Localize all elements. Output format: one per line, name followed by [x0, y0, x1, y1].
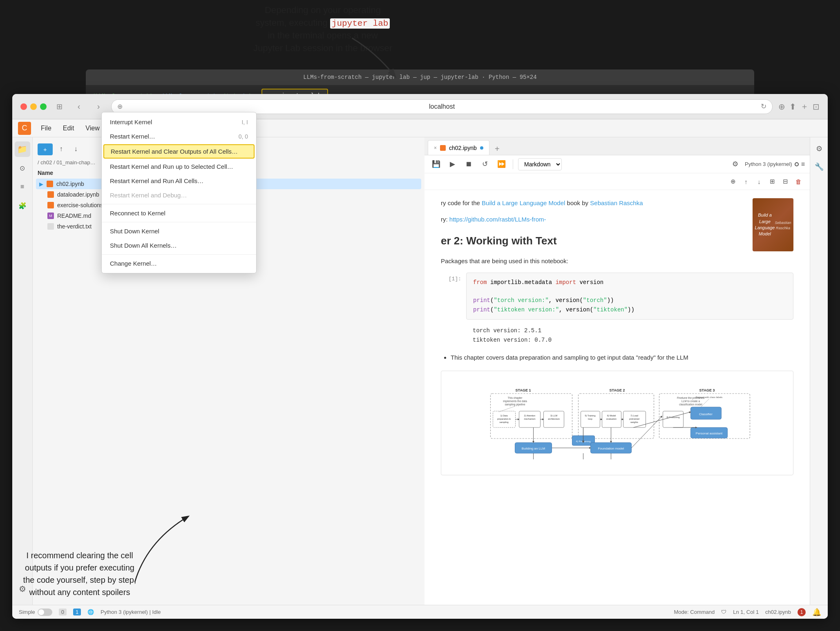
running-sessions-icon[interactable]: ⊙ — [15, 160, 30, 176]
notification-badge: 1 — [798, 608, 806, 616]
address-text: localhost — [429, 103, 455, 110]
restart-kernel-item[interactable]: Restart Kernel… 0, 0 — [102, 129, 256, 143]
notebook-tab-ch02[interactable]: × ch02.ipynb — [428, 140, 489, 155]
simple-toggle[interactable]: Simple — [19, 609, 52, 616]
menu-view[interactable]: View — [80, 122, 104, 134]
stage1-label: STAGE 1 — [516, 388, 531, 392]
shield-icon: 🛡 — [721, 609, 726, 615]
new-button[interactable]: + — [38, 143, 53, 155]
menu-edit[interactable]: Edit — [58, 122, 79, 134]
svg-text:6) Model: 6) Model — [607, 414, 616, 417]
refresh-files-button[interactable]: ↓ — [70, 143, 82, 155]
status-badge-1: 1 — [73, 609, 81, 615]
kernel-menu-icon[interactable]: ≡ — [801, 161, 805, 168]
delete-cell-icon[interactable]: 🗑 — [792, 175, 805, 188]
file-browser-icon[interactable]: 📁 — [15, 141, 30, 157]
code-line-blank — [473, 287, 786, 296]
restart-button[interactable]: ↺ — [478, 158, 491, 171]
refresh-icon[interactable]: ↻ — [761, 102, 766, 111]
code-block-1[interactable]: from importlib.metadata import version p… — [466, 273, 793, 320]
svg-text:implements the data: implements the data — [503, 400, 527, 403]
add-cell-below-icon[interactable]: ⊟ — [779, 175, 792, 188]
cell-action-bar: ⊕ ↑ ↓ ⊞ ⊟ 🗑 — [424, 173, 810, 190]
svg-text:architecture: architecture — [548, 418, 560, 420]
close-button[interactable] — [20, 103, 27, 110]
stage2-label: STAGE 2 — [610, 388, 625, 392]
interrupt-kernel-shortcut: I, I — [241, 119, 248, 125]
svg-text:Dataset with class labels: Dataset with class labels — [696, 396, 723, 398]
output-torch: torch version: 2.5.1 — [473, 326, 787, 335]
svg-text:7) Load: 7) Load — [630, 414, 638, 417]
restart-kernel-run-selected-item[interactable]: Restart Kernel and Run up to Selected Ce… — [102, 159, 256, 174]
right-panel-settings-icon[interactable]: ⚙ — [812, 141, 827, 156]
annotation-arrow — [347, 33, 404, 82]
download-icon[interactable]: ⊕ — [778, 102, 785, 112]
extension-manager-icon[interactable]: 🧩 — [15, 198, 30, 213]
interrupt-kernel-label: Interrupt Kernel — [110, 119, 152, 125]
packages-text: Packages that are being used in this not… — [441, 257, 568, 264]
unsaved-indicator — [480, 146, 483, 150]
cell-number-1: [1]: — [441, 273, 461, 348]
interrupt-button[interactable]: ⏹ — [462, 158, 475, 171]
toggle-track[interactable] — [38, 609, 52, 616]
kernel-info: Python 3 (ipykernel) ≡ — [745, 161, 805, 168]
main-content: × ch02.ipynb + 💾 ▶ ⏹ ↺ ⏩ Mar — [424, 137, 810, 605]
svg-text:mechanism: mechanism — [524, 418, 536, 420]
svg-text:classification model: classification model — [679, 403, 702, 406]
bell-icon[interactable]: 🔔 — [812, 608, 821, 617]
svg-text:pretrained: pretrained — [629, 418, 639, 420]
copy-cell-icon[interactable]: ⊕ — [726, 175, 739, 188]
shutdown-all-kernels-item[interactable]: Shut Down All Kernels… — [102, 238, 256, 253]
repo-link[interactable]: https://github.com/rasbt/LLMs-from- — [449, 216, 546, 223]
settings-toolbar-icon[interactable]: ⚙ — [728, 158, 742, 171]
tab-close-icon[interactable]: × — [434, 145, 437, 151]
markdown-cell-intro: Build aLargeLanguageModel SebastianRasch… — [441, 198, 793, 224]
move-down-icon[interactable]: ↓ — [753, 175, 766, 188]
tab-name: ch02.ipynb — [449, 145, 477, 151]
restart-kernel-clear-item[interactable]: Restart Kernel and Clear Outputs of All … — [103, 144, 255, 159]
annotation-area: Depending on your operating system, exec… — [0, 0, 840, 88]
book-link[interactable]: Build a Large Language Model — [482, 199, 565, 206]
run-cell-button[interactable]: ▶ — [446, 158, 459, 171]
cell-type-select[interactable]: Markdown Code Raw — [518, 158, 562, 170]
kernel-dropdown-menu[interactable]: Interrupt Kernel I, I Restart Kernel… 0,… — [101, 112, 257, 273]
change-kernel-item[interactable]: Change Kernel… — [102, 256, 256, 271]
right-panel-property-icon[interactable]: 🔧 — [812, 159, 827, 174]
forward-button[interactable]: › — [92, 100, 105, 114]
shutdown-kernel-item[interactable]: Shut Down Kernel — [102, 224, 256, 238]
save-button[interactable]: 💾 — [429, 158, 442, 171]
minimize-button[interactable] — [30, 103, 37, 110]
svg-text:2) Attention: 2) Attention — [524, 414, 536, 417]
shutdown-kernel-label: Shut Down Kernel — [110, 228, 159, 235]
back-button[interactable]: ‹ — [72, 100, 86, 114]
callout-arrow-svg — [131, 500, 204, 582]
tab-notebook-icon — [440, 145, 446, 151]
share-icon[interactable]: ⬆ — [789, 102, 796, 112]
file-icon-ch02: ▶ — [39, 181, 43, 187]
move-up-icon[interactable]: ↑ — [739, 175, 753, 188]
extensions-icon[interactable]: ⊡ — [813, 102, 820, 112]
svg-text:Foundation model: Foundation model — [598, 447, 624, 450]
maximize-button[interactable] — [40, 103, 47, 110]
toolbar-right: ⚙ Python 3 (ipykernel) ≡ — [728, 158, 805, 171]
notebook-scroll[interactable]: Build aLargeLanguageModel SebastianRasch… — [424, 190, 810, 605]
fast-forward-button[interactable]: ⏩ — [495, 158, 508, 171]
add-tab-button[interactable]: + — [491, 143, 503, 155]
svg-text:Building an LLM: Building an LLM — [522, 447, 545, 450]
svg-text:3) LLM: 3) LLM — [550, 414, 558, 417]
code-snippet: jupyter lab — [330, 18, 390, 29]
table-of-contents-icon[interactable]: ≡ — [15, 179, 30, 195]
new-tab-icon[interactable]: ＋ — [800, 101, 809, 112]
add-cell-above-icon[interactable]: ⊞ — [766, 175, 779, 188]
notebook-icon-ch02 — [47, 181, 53, 187]
menu-file[interactable]: File — [36, 122, 56, 134]
book-cover-image: Build aLargeLanguageModel SebastianRasch… — [753, 198, 793, 251]
reconnect-kernel-item[interactable]: Reconnect to Kernel — [102, 206, 256, 220]
sidebar-toggle-icon[interactable]: ⊞ — [52, 100, 66, 114]
restart-kernel-run-all-item[interactable]: Restart Kernel and Run All Cells… — [102, 174, 256, 188]
author-link[interactable]: Sebastian Raschka — [590, 199, 643, 206]
upload-button[interactable]: ↑ — [55, 143, 67, 155]
change-kernel-label: Change Kernel… — [110, 260, 157, 267]
svg-text:evaluation: evaluation — [606, 418, 617, 420]
interrupt-kernel-item[interactable]: Interrupt Kernel I, I — [102, 115, 256, 129]
